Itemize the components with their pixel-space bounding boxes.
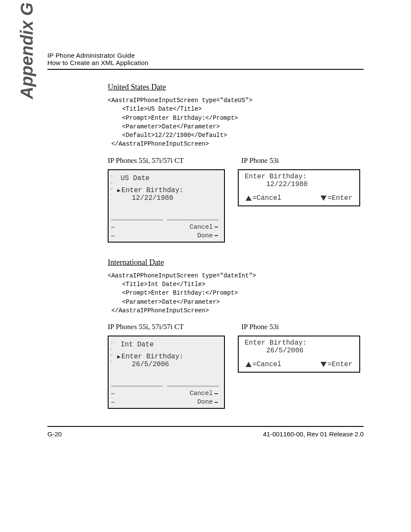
section2-large-prompt: Enter Birthday:	[121, 353, 184, 361]
up-triangle-icon	[246, 362, 252, 367]
section1-heading: United States Date	[108, 83, 364, 92]
section2-large-value: 26/5/2006	[132, 361, 221, 368]
section1-phone-small: Enter Birthday: 12/22/1980 =Cancel =Ente…	[238, 169, 360, 206]
softkey-dash	[111, 227, 115, 228]
section1-small-line2: 12/22/1980	[266, 180, 355, 188]
section1-caption-left: IP Phones 55i, 57i/57i CT	[108, 156, 241, 165]
play-icon: ▶	[117, 187, 121, 194]
section2-code: <AastraIPPhoneInputScreen type="dateInt"…	[108, 271, 364, 315]
header-rule	[47, 69, 364, 70]
section1-large-prompt: Enter Birthday:	[121, 187, 184, 194]
section2-heading: International Date	[108, 258, 364, 267]
section1-code: <AastraIPPhoneInputScreen type="dateUS">…	[108, 96, 364, 149]
softkey-slot	[111, 219, 163, 221]
section2-phone-large: ::⌂↩▫ Int Date ▶ Enter Birthday: 26/5/20…	[108, 336, 225, 409]
enter-action[interactable]: =Enter	[321, 194, 352, 202]
doc-id: 41-001160-00, Rev 01 Release 2.0	[263, 430, 364, 438]
enter-action[interactable]: =Enter	[321, 361, 352, 368]
section2-large-title: Int Date	[121, 341, 221, 348]
softkey-dash	[111, 393, 115, 394]
section1-phone-large: ::⌂↩▫ US Date ▶ Enter Birthday: 12/22/19…	[108, 169, 225, 243]
section2-phone-small: Enter Birthday: 26/5/2006 =Cancel =Enter	[238, 336, 360, 373]
cancel-action[interactable]: =Cancel	[246, 194, 281, 202]
done-softkey[interactable]: Done	[197, 398, 218, 406]
section2-caption-left: IP Phones 55i, 57i/57i CT	[108, 323, 241, 331]
page-number: G-20	[47, 430, 62, 438]
footer-rule	[47, 426, 364, 427]
cancel-softkey[interactable]: Cancel	[190, 390, 218, 397]
softkey-slot	[111, 386, 163, 387]
softkey-dash	[111, 402, 115, 403]
section1-large-title: US Date	[121, 174, 221, 182]
up-triangle-icon	[246, 196, 252, 201]
down-triangle-icon	[321, 362, 327, 367]
cancel-action[interactable]: =Cancel	[246, 361, 281, 368]
play-icon: ▶	[117, 353, 121, 360]
cancel-softkey[interactable]: Cancel	[190, 224, 218, 231]
softkey-slot	[167, 386, 219, 387]
header-line-1: IP Phone Administrator Guide	[47, 52, 364, 59]
section2-small-line2: 26/5/2006	[266, 347, 355, 355]
section1-small-line1: Enter Birthday:	[245, 173, 355, 180]
section1-large-value: 12/22/1980	[132, 194, 221, 202]
done-softkey[interactable]: Done	[197, 232, 218, 240]
section2-caption-right: IP Phone 53i	[241, 323, 279, 331]
header-line-2: How to Create an XML Application	[47, 59, 364, 66]
softkey-slot	[167, 219, 219, 221]
section1-caption-right: IP Phone 53i	[241, 156, 279, 165]
softkey-dash	[111, 236, 115, 236]
appendix-label: Appendix G	[17, 3, 37, 99]
section2-small-line1: Enter Birthday:	[245, 339, 355, 347]
side-icons: ::⌂↩▫	[110, 340, 115, 365]
down-triangle-icon	[321, 196, 327, 201]
side-icons: ::⌂↩▫	[110, 174, 115, 199]
